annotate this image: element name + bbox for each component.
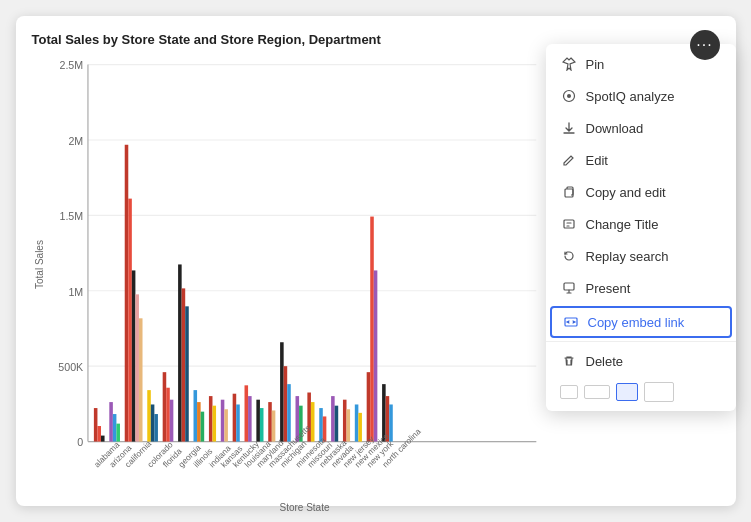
menu-item-present[interactable]: Present	[546, 272, 736, 304]
svg-rect-71	[370, 217, 374, 442]
svg-rect-66	[342, 400, 346, 442]
svg-text:1M: 1M	[68, 286, 83, 298]
chart-card: Total Sales by Store State and Store Reg…	[16, 16, 736, 506]
svg-rect-68	[354, 404, 358, 441]
menu-label-present: Present	[586, 281, 631, 296]
svg-rect-53	[268, 402, 272, 441]
present-icon	[560, 279, 578, 297]
svg-text:2.5M: 2.5M	[59, 59, 83, 71]
svg-rect-26	[124, 145, 128, 442]
menu-label-download: Download	[586, 121, 644, 136]
svg-rect-54	[271, 410, 275, 441]
x-axis-label: Store State	[50, 502, 560, 513]
svg-rect-30	[138, 318, 142, 441]
svg-rect-49	[244, 385, 248, 441]
svg-rect-32	[150, 404, 154, 441]
svg-rect-2	[565, 189, 573, 197]
more-options-button[interactable]: ···	[690, 30, 720, 60]
svg-rect-67	[346, 409, 350, 441]
svg-rect-61	[310, 402, 314, 441]
context-menu: Pin SpotIQ analyze Download	[546, 44, 736, 411]
change-title-icon	[560, 215, 578, 233]
pin-icon	[560, 55, 578, 73]
svg-rect-42	[200, 412, 204, 442]
svg-rect-40	[193, 390, 197, 441]
chart-inner: 2.5M 2M 1.5M 1M 500K 0	[50, 55, 560, 475]
size-small[interactable]	[560, 385, 578, 399]
y-axis-label: Total Sales	[32, 55, 46, 475]
menu-label-copy-edit: Copy and edit	[586, 185, 666, 200]
svg-rect-28	[131, 270, 135, 441]
menu-label-change-title: Change Title	[586, 217, 659, 232]
svg-rect-43	[208, 396, 212, 441]
menu-item-edit[interactable]: Edit	[546, 144, 736, 176]
svg-rect-47	[232, 394, 236, 442]
delete-icon	[560, 352, 578, 370]
menu-label-replay: Replay search	[586, 249, 669, 264]
svg-rect-34	[162, 372, 166, 441]
svg-text:0: 0	[77, 436, 83, 448]
menu-divider	[546, 341, 736, 342]
svg-rect-31	[147, 390, 151, 441]
svg-text:500K: 500K	[58, 361, 84, 373]
menu-item-change-title[interactable]: Change Title	[546, 208, 736, 240]
svg-rect-75	[389, 404, 393, 441]
svg-rect-33	[154, 414, 158, 442]
copy-edit-icon	[560, 183, 578, 201]
svg-rect-70	[366, 372, 370, 441]
svg-text:1.5M: 1.5M	[59, 210, 83, 222]
svg-rect-39	[185, 306, 189, 441]
svg-rect-45	[220, 400, 224, 442]
embed-icon	[562, 313, 580, 331]
svg-rect-24	[112, 414, 116, 442]
menu-item-spotiq[interactable]: SpotIQ analyze	[546, 80, 736, 112]
svg-rect-72	[373, 270, 377, 441]
size-medium[interactable]	[584, 385, 610, 399]
menu-item-copy-embed[interactable]: Copy embed link	[550, 306, 732, 338]
svg-rect-20	[93, 408, 97, 442]
svg-rect-50	[248, 396, 252, 441]
svg-rect-57	[287, 384, 291, 441]
size-large[interactable]	[616, 383, 638, 401]
menu-item-download[interactable]: Download	[546, 112, 736, 144]
svg-rect-65	[334, 406, 338, 442]
svg-rect-22	[101, 436, 105, 442]
menu-item-replay[interactable]: Replay search	[546, 240, 736, 272]
svg-rect-51	[256, 400, 260, 442]
svg-rect-37	[178, 264, 182, 441]
svg-rect-35	[166, 388, 170, 442]
svg-rect-48	[236, 404, 240, 441]
svg-rect-55	[280, 342, 284, 441]
svg-rect-44	[212, 406, 216, 442]
edit-icon	[560, 151, 578, 169]
menu-label-pin: Pin	[586, 57, 605, 72]
menu-label-delete: Delete	[586, 354, 624, 369]
menu-item-delete[interactable]: Delete	[546, 345, 736, 377]
svg-rect-23	[109, 402, 113, 441]
svg-point-1	[567, 94, 571, 98]
svg-rect-69	[358, 413, 362, 442]
svg-text:2M: 2M	[68, 135, 83, 147]
download-icon	[560, 119, 578, 137]
svg-rect-56	[283, 366, 287, 441]
menu-label-edit: Edit	[586, 153, 608, 168]
menu-item-copy-edit[interactable]: Copy and edit	[546, 176, 736, 208]
svg-rect-64	[331, 396, 335, 441]
menu-label-spotiq: SpotIQ analyze	[586, 89, 675, 104]
svg-rect-46	[224, 409, 228, 441]
svg-rect-29	[135, 294, 139, 441]
menu-label-copy-embed: Copy embed link	[588, 315, 685, 330]
svg-rect-41	[197, 402, 201, 441]
size-options	[546, 377, 736, 407]
replay-icon	[560, 247, 578, 265]
svg-rect-21	[97, 426, 101, 442]
svg-rect-4	[564, 283, 574, 290]
svg-rect-52	[259, 408, 263, 442]
svg-rect-25	[116, 424, 120, 442]
svg-rect-36	[169, 400, 173, 442]
svg-rect-38	[181, 288, 185, 441]
size-xlarge[interactable]	[644, 382, 674, 402]
three-dots-icon: ···	[696, 37, 712, 53]
chart-svg: 2.5M 2M 1.5M 1M 500K 0	[50, 55, 560, 498]
svg-rect-27	[128, 199, 132, 442]
